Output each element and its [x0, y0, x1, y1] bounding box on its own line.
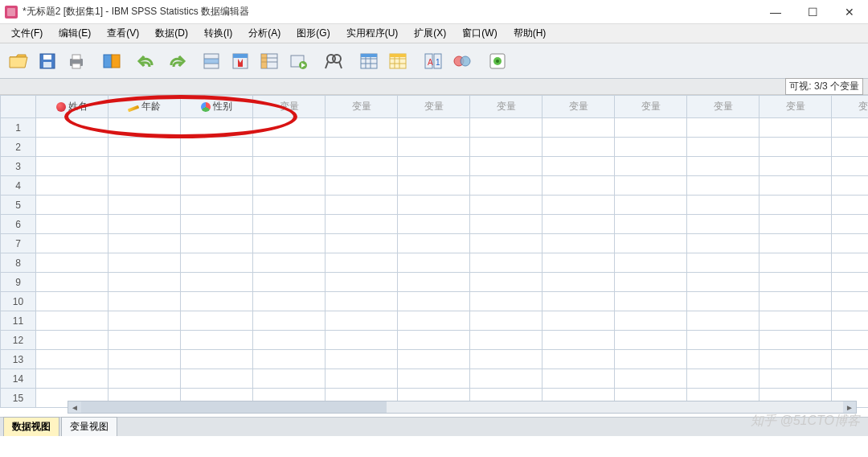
cell[interactable]: [398, 292, 470, 311]
cell[interactable]: [832, 138, 869, 157]
cell[interactable]: [326, 196, 398, 215]
cell[interactable]: [760, 157, 832, 176]
cell[interactable]: [615, 369, 687, 389]
cell[interactable]: [832, 292, 869, 311]
split-file-button[interactable]: A1: [420, 47, 447, 75]
cell[interactable]: [542, 234, 615, 253]
cell[interactable]: [398, 331, 470, 350]
cell[interactable]: [470, 273, 542, 292]
data-grid[interactable]: 姓名 年龄 性别 变量 变量 变量 变量 变量 变量 变量 变量 变量 1234…: [0, 95, 868, 408]
cell[interactable]: [398, 215, 470, 234]
cell[interactable]: [832, 215, 869, 234]
cell[interactable]: [326, 369, 398, 389]
row-number[interactable]: 10: [1, 292, 36, 311]
recall-dialog-button[interactable]: [98, 47, 125, 75]
cell[interactable]: [398, 118, 470, 138]
row-number[interactable]: 11: [1, 311, 36, 331]
table-row[interactable]: 7: [1, 234, 869, 253]
row-number[interactable]: 13: [1, 350, 36, 369]
cell[interactable]: [326, 311, 398, 331]
cell[interactable]: [108, 157, 181, 176]
cell[interactable]: [760, 311, 832, 331]
table-row[interactable]: 8: [1, 253, 869, 273]
cell[interactable]: [687, 253, 760, 273]
row-number[interactable]: 4: [1, 176, 36, 196]
cell[interactable]: [326, 273, 398, 292]
cell[interactable]: [108, 196, 181, 215]
row-number[interactable]: 8: [1, 253, 36, 273]
cell[interactable]: [760, 331, 832, 350]
cell[interactable]: [615, 273, 687, 292]
cell[interactable]: [36, 234, 108, 253]
cell[interactable]: [253, 253, 326, 273]
cell[interactable]: [36, 176, 108, 196]
cell[interactable]: [760, 253, 832, 273]
maximize-button[interactable]: ☐: [794, 0, 831, 24]
cell[interactable]: [253, 273, 326, 292]
cell[interactable]: [253, 138, 326, 157]
insert-cases-button[interactable]: [355, 47, 383, 75]
table-row[interactable]: 5: [1, 196, 869, 215]
cell[interactable]: [470, 253, 542, 273]
print-button[interactable]: [63, 47, 90, 75]
cell[interactable]: [470, 369, 542, 389]
cell[interactable]: [181, 176, 253, 196]
cell[interactable]: [542, 253, 615, 273]
cell[interactable]: [760, 215, 832, 234]
cell[interactable]: [470, 118, 542, 138]
table-row[interactable]: 6: [1, 215, 869, 234]
cell[interactable]: [760, 118, 832, 138]
table-row[interactable]: 3: [1, 157, 869, 176]
find-button[interactable]: [320, 47, 347, 75]
table-row[interactable]: 10: [1, 292, 869, 311]
cell[interactable]: [687, 331, 760, 350]
cell[interactable]: [181, 138, 253, 157]
insert-variable-button[interactable]: [384, 47, 411, 75]
cell[interactable]: [615, 196, 687, 215]
menu-data[interactable]: 数据(D): [147, 24, 196, 43]
cell[interactable]: [326, 350, 398, 369]
cell[interactable]: [398, 273, 470, 292]
cell[interactable]: [181, 196, 253, 215]
column-placeholder[interactable]: 变量: [687, 96, 760, 118]
cell[interactable]: [108, 215, 181, 234]
cell[interactable]: [832, 196, 869, 215]
value-labels-button[interactable]: [484, 47, 511, 75]
cell[interactable]: [253, 118, 326, 138]
cell[interactable]: [615, 176, 687, 196]
cell[interactable]: [36, 253, 108, 273]
cell[interactable]: [470, 234, 542, 253]
cell[interactable]: [108, 350, 181, 369]
cell[interactable]: [832, 350, 869, 369]
cell[interactable]: [687, 138, 760, 157]
cell[interactable]: [181, 215, 253, 234]
cell[interactable]: [470, 331, 542, 350]
run-button[interactable]: [285, 47, 312, 75]
cell[interactable]: [398, 138, 470, 157]
cell[interactable]: [181, 311, 253, 331]
cell[interactable]: [326, 118, 398, 138]
cell[interactable]: [832, 331, 869, 350]
cell[interactable]: [36, 215, 108, 234]
cell[interactable]: [36, 292, 108, 311]
tab-data-view[interactable]: 数据视图: [3, 417, 59, 436]
cell[interactable]: [470, 311, 542, 331]
cell[interactable]: [398, 311, 470, 331]
cell[interactable]: [760, 273, 832, 292]
cell[interactable]: [181, 273, 253, 292]
cell[interactable]: [253, 215, 326, 234]
close-button[interactable]: ✕: [831, 0, 868, 24]
cell[interactable]: [181, 118, 253, 138]
cell[interactable]: [181, 331, 253, 350]
cell[interactable]: [832, 253, 869, 273]
cell[interactable]: [36, 350, 108, 369]
cell[interactable]: [470, 196, 542, 215]
column-placeholder[interactable]: 变量: [615, 96, 687, 118]
goto-variable-button[interactable]: [227, 47, 254, 75]
cell[interactable]: [36, 196, 108, 215]
cell[interactable]: [108, 253, 181, 273]
cell[interactable]: [832, 369, 869, 389]
cell[interactable]: [326, 157, 398, 176]
row-number[interactable]: 5: [1, 196, 36, 215]
cell[interactable]: [326, 176, 398, 196]
